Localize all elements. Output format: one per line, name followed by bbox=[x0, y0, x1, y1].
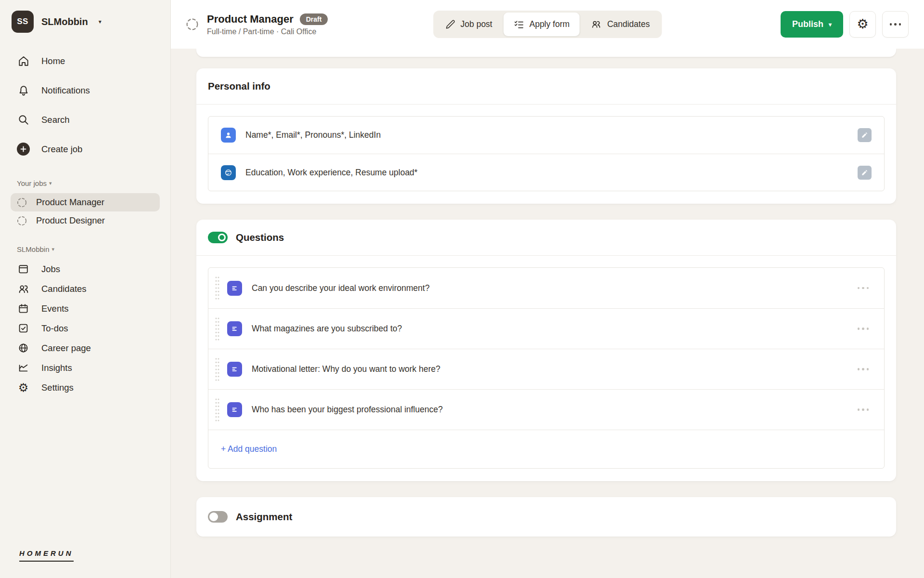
sidebar-item-create-job[interactable]: Create job bbox=[0, 134, 170, 164]
drag-handle-icon[interactable] bbox=[215, 357, 220, 382]
more-options-button[interactable] bbox=[882, 11, 909, 38]
plus-circle-icon bbox=[17, 143, 30, 156]
workspace-name: SLMobbin bbox=[41, 16, 88, 27]
home-icon bbox=[17, 54, 30, 67]
question-row[interactable]: Motivational letter: Why do you want to … bbox=[208, 349, 884, 389]
publish-label: Publish bbox=[792, 19, 823, 29]
sidebar-item-candidates[interactable]: Candidates bbox=[0, 279, 170, 299]
question-row[interactable]: Can you describe your ideal work environ… bbox=[208, 268, 884, 308]
tab-label: Apply form bbox=[529, 19, 570, 29]
view-tabs: Job post Apply form Candidates bbox=[433, 11, 662, 38]
checkbox-icon bbox=[17, 322, 30, 335]
pencil-icon bbox=[861, 131, 868, 139]
dashed-circle-icon bbox=[16, 197, 27, 208]
questions-header: Questions bbox=[196, 220, 896, 256]
edit-button[interactable] bbox=[858, 166, 872, 180]
status-badge: Draft bbox=[300, 13, 328, 25]
calendar-icon bbox=[17, 302, 30, 315]
drag-handle-icon[interactable] bbox=[215, 316, 220, 342]
personal-info-card: Personal info Name*, Email*, Pronouns*, … bbox=[196, 68, 896, 204]
tab-label: Candidates bbox=[607, 19, 650, 29]
job-item-label: Product Designer bbox=[36, 215, 105, 226]
globe-icon bbox=[17, 342, 30, 355]
question-menu-button[interactable] bbox=[855, 406, 872, 414]
workspace-switcher[interactable]: SS SLMobbin ▾ bbox=[0, 0, 170, 39]
question-label: Who has been your biggest professional i… bbox=[252, 405, 443, 415]
question-label: What magazines are you subscribed to? bbox=[252, 324, 402, 334]
chevron-down-icon: ▾ bbox=[52, 246, 55, 252]
tab-candidates[interactable]: Candidates bbox=[581, 13, 660, 36]
sidebar-item-label: Jobs bbox=[41, 264, 60, 275]
question-menu-button[interactable] bbox=[855, 325, 872, 333]
sidebar-item-career-page[interactable]: Career page bbox=[0, 338, 170, 358]
company-section-header[interactable]: SLMobbin ▾ bbox=[0, 245, 170, 253]
tab-apply-form[interactable]: Apply form bbox=[503, 13, 580, 36]
field-group-label: Education, Work experience, Resume uploa… bbox=[245, 168, 418, 178]
text-question-icon bbox=[227, 281, 242, 296]
window-icon bbox=[17, 263, 30, 276]
field-group-label: Name*, Email*, Pronouns*, LinkedIn bbox=[245, 130, 381, 140]
publish-button[interactable]: Publish ▾ bbox=[781, 11, 843, 38]
add-question-row: + Add question bbox=[208, 430, 884, 468]
people-icon bbox=[17, 282, 30, 295]
sidebar-item-label: Search bbox=[41, 115, 70, 125]
question-menu-button[interactable] bbox=[855, 284, 872, 292]
text-question-icon bbox=[227, 362, 242, 377]
sidebar-item-label: Events bbox=[41, 303, 69, 314]
sidebar-item-label: Create job bbox=[41, 144, 82, 155]
sidebar: SS SLMobbin ▾ Home Notifications Search bbox=[0, 0, 171, 578]
card-title: Personal info bbox=[208, 80, 270, 92]
dashed-circle-icon bbox=[185, 17, 199, 31]
settings-button[interactable]: ⚙ bbox=[849, 11, 876, 38]
search-icon bbox=[17, 113, 30, 126]
pencil-icon bbox=[445, 19, 455, 29]
content-column: Product Manager Draft Full-time / Part-t… bbox=[171, 0, 924, 578]
questions-list: Can you describe your ideal work environ… bbox=[208, 267, 885, 469]
sidebar-footer: HOMERUN bbox=[0, 549, 170, 578]
question-label: Motivational letter: Why do you want to … bbox=[252, 364, 440, 374]
tab-label: Job post bbox=[461, 19, 492, 29]
sidebar-item-product-designer[interactable]: Product Designer bbox=[11, 211, 160, 230]
sidebar-item-settings[interactable]: ⚙ Settings bbox=[0, 378, 170, 397]
page-title: Product Manager bbox=[207, 13, 294, 26]
tab-job-post[interactable]: Job post bbox=[435, 13, 502, 36]
topbar: Product Manager Draft Full-time / Part-t… bbox=[171, 0, 924, 49]
sidebar-item-product-manager[interactable]: Product Manager bbox=[11, 193, 160, 211]
your-jobs-list: Product Manager Product Designer bbox=[0, 193, 170, 230]
globe-badge-icon bbox=[221, 165, 236, 180]
text-question-icon bbox=[227, 402, 242, 417]
add-question-button[interactable]: + Add question bbox=[221, 444, 277, 454]
your-jobs-header[interactable]: Your jobs ▾ bbox=[0, 179, 170, 187]
apply-form-editor[interactable]: Personal info Name*, Email*, Pronouns*, … bbox=[171, 49, 924, 578]
sidebar-item-events[interactable]: Events bbox=[0, 299, 170, 318]
edit-button[interactable] bbox=[858, 128, 872, 142]
sidebar-item-jobs[interactable]: Jobs bbox=[0, 259, 170, 279]
personal-info-rows: Name*, Email*, Pronouns*, LinkedIn Educa… bbox=[208, 116, 885, 191]
bell-icon bbox=[17, 84, 30, 97]
sidebar-item-label: Career page bbox=[41, 343, 91, 354]
question-menu-button[interactable] bbox=[855, 365, 872, 373]
sidebar-item-search[interactable]: Search bbox=[0, 105, 170, 134]
assignment-toggle[interactable] bbox=[208, 511, 228, 523]
chevron-down-icon: ▾ bbox=[829, 21, 832, 28]
people-icon bbox=[591, 19, 602, 30]
drag-handle-icon[interactable] bbox=[215, 276, 220, 301]
questions-toggle[interactable] bbox=[208, 232, 228, 243]
workspace-avatar: SS bbox=[12, 11, 34, 33]
question-row[interactable]: What magazines are you subscribed to? bbox=[208, 308, 884, 349]
question-row[interactable]: Who has been your biggest professional i… bbox=[208, 389, 884, 430]
sidebar-item-home[interactable]: Home bbox=[0, 46, 170, 76]
chevron-down-icon: ▾ bbox=[99, 18, 102, 25]
sidebar-item-label: Notifications bbox=[41, 85, 90, 96]
your-jobs-label: Your jobs bbox=[17, 179, 47, 187]
company-section-label: SLMobbin bbox=[17, 245, 50, 253]
chevron-down-icon: ▾ bbox=[49, 180, 52, 186]
drag-handle-icon[interactable] bbox=[215, 397, 220, 422]
sidebar-item-notifications[interactable]: Notifications bbox=[0, 76, 170, 105]
topbar-actions: Publish ▾ ⚙ bbox=[781, 11, 909, 38]
job-title-block: Product Manager Draft Full-time / Part-t… bbox=[185, 13, 328, 36]
company-nav: Jobs Candidates Events To-dos Career pag… bbox=[0, 259, 170, 397]
sidebar-item-insights[interactable]: Insights bbox=[0, 358, 170, 378]
sidebar-item-todos[interactable]: To-dos bbox=[0, 318, 170, 338]
sidebar-item-label: Candidates bbox=[41, 284, 87, 294]
